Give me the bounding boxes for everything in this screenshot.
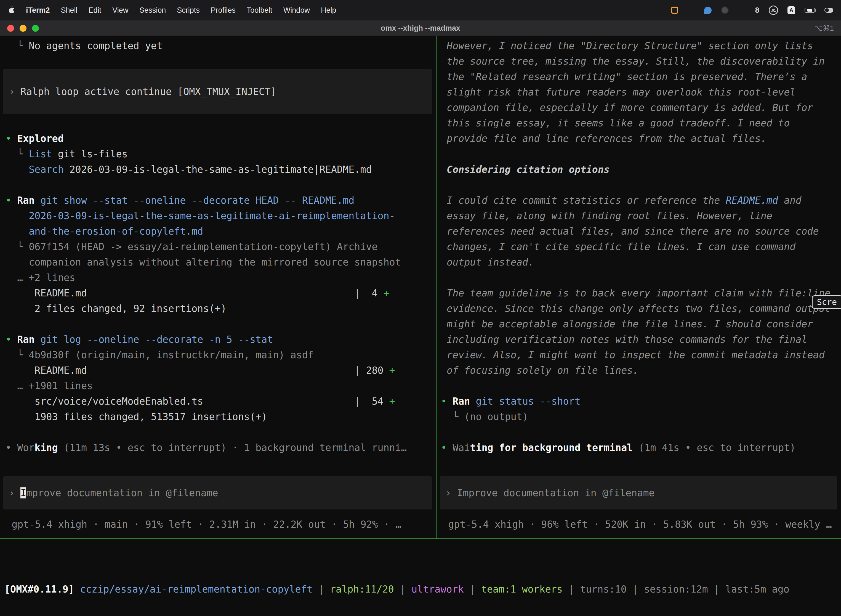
text-segment: I [21,487,26,499]
menu-item-shell[interactable]: Shell [61,6,78,15]
window-title: omx --xhigh --madmax [0,21,841,36]
text-segment: Ralph loop active continue [OMX_TMUX_INJ… [21,86,276,97]
text-segment: review. Also, I might want to inspect th… [441,349,825,361]
terminal-line [441,270,841,285]
screen: { "colors": { "accent_green": "#43c05c",… [0,0,841,616]
text-segment: • [6,133,17,144]
menu-item-session[interactable]: Session [139,6,166,15]
tmux-window-shortcut: ⌥⌘1 [815,21,834,36]
text-segment: king [35,442,58,453]
text-segment: | [464,584,481,595]
grid-icon[interactable] [687,7,695,14]
text-segment: (1m 41s • esc to interrupt) [633,442,796,453]
zoom-button[interactable] [32,25,39,32]
terminal-line: provide file and line references from th… [441,131,841,146]
terminal-line: output instead. [441,254,841,270]
terminal-line: references need actual files, and since … [441,224,841,239]
text-segment: List [29,148,52,160]
key-icon[interactable]: 8 [755,6,759,15]
menu-item-scripts[interactable]: Scripts [177,6,200,15]
terminal-line [441,378,841,393]
text-segment: └ 067f154 (HEAD -> essay/ai-reimplementa… [6,241,378,252]
battery-gauge-icon[interactable]: .61 [769,6,778,15]
menu-item-window[interactable]: Window [283,6,310,15]
terminal-line: and-the-erosion-of-copyleft.md [6,224,436,239]
text-segment: the "Related research writing" section i… [441,71,807,82]
text-segment: + [389,365,395,376]
text-segment: slight risk that future readers may over… [441,87,796,98]
text-segment: Ran [17,334,40,345]
close-button[interactable] [7,25,14,32]
screen-capture-tooltip: Scre [812,295,841,309]
text-segment: └ [6,40,29,51]
input-source-icon[interactable]: A [787,6,795,14]
text-segment: mprove documentation in @filename [26,487,218,499]
prompt-input-right[interactable]: › Improve documentation in @filename [440,476,837,509]
text-segment: git show --stat --oneline --decorate HEA… [40,195,354,206]
stop-recording-icon[interactable] [671,7,678,14]
minimize-button[interactable] [20,25,26,32]
terminal-line: essay file, along with finding root file… [441,208,841,224]
text-segment: | turns:10 | session:12m | last:5m ago [563,584,790,595]
right-scrollback: However, I noticed the "Directory Struct… [437,36,841,455]
menu-item-profiles[interactable]: Profiles [211,6,236,15]
text-segment: + [389,396,395,407]
text-segment: README.md | 280 [6,365,389,376]
text-segment: cczip/essay/ai-reimplementation-copyleft [80,584,313,595]
text-segment: • Wor [6,442,35,453]
terminal-line: 2 files changed, 92 insertions(+) [6,301,436,316]
terminal-line: • Ran git status --short [441,393,841,409]
text-segment: 2026-03-09-is-legal-the-same-as-legitima… [64,164,372,175]
terminal-line: • Ran git show --stat --oneline --decora… [6,193,436,208]
text-segment: and [778,195,801,206]
battery-icon[interactable] [804,8,815,13]
apple-logo-icon[interactable] [8,6,15,14]
text-segment: + [384,287,389,299]
left-lines-top: └ No agents completed yet [0,38,436,54]
text-segment: README.md | 4 [6,287,384,299]
omx-status-line: [OMX#0.11.9] cczip/essay/ai-reimplementa… [0,576,841,609]
left-scrollback: └ No agents completed yet › Ralph loop a… [0,36,436,455]
text-segment: 1903 files changed, 513517 insertions(+) [6,411,267,422]
text-segment: Ran [453,396,476,407]
menu-item-view[interactable]: View [112,6,128,15]
text-segment: Ran [17,195,40,206]
menu-item-iterm2[interactable]: iTerm2 [26,6,50,15]
session-status-right: gpt-5.4 xhigh · 96% left · 520K in · 5.8… [437,517,841,532]
text-segment: Search [6,164,64,175]
terminal-window: └ No agents completed yet › Ralph loop a… [0,36,841,616]
terminal-line: including verification notes with those … [441,332,841,347]
text-segment: including verification notes with those … [441,334,807,345]
prompt-input-left[interactable]: › Improve documentation in @filename [3,476,432,509]
menu-item-help[interactable]: Help [321,6,336,15]
left-pane: └ No agents completed yet › Ralph loop a… [0,36,437,538]
terminal-line: However, I noticed the "Directory Struct… [441,38,841,54]
text-segment: However, I noticed the "Directory Struct… [441,40,813,51]
terminal-line: • Working (11m 13s • esc to interrupt) ·… [6,440,436,455]
menu-items: iTerm2ShellEditViewSessionScriptsProfile… [26,6,336,15]
terminal-line: README.md | 280 + [6,363,436,378]
session-status-left: gpt-5.4 xhigh · main · 91% left · 2.31M … [0,517,436,532]
control-center-icon[interactable] [825,8,833,13]
text-segment: … +2 lines [6,272,75,283]
right-pane: However, I noticed the "Directory Struct… [437,36,841,538]
text-segment: • [6,334,17,345]
menu-item-toolbelt[interactable]: Toolbelt [247,6,273,15]
text-segment: README.md [726,195,778,206]
text-segment: ultrawork [412,584,464,595]
app-grid-icon[interactable] [738,7,746,14]
text-segment: team:1 workers [481,584,563,595]
text-segment: └ [6,148,29,160]
menu-item-edit[interactable]: Edit [89,6,101,15]
text-segment: ting for background terminal [470,442,633,453]
terminal-line: └ No agents completed yet [6,38,436,54]
terminal-line: … +2 lines [6,270,436,285]
blue-app-icon[interactable] [704,7,712,14]
left-lines: • Explored └ List git ls-files Search 20… [0,131,436,455]
text-segment: I could cite commit statistics or refere… [441,195,726,206]
terminal-line [441,177,841,193]
text-segment: output instead. [441,257,534,268]
dark-circle-icon[interactable] [721,6,729,14]
text-segment: provide file and line references from th… [441,133,766,144]
text-segment: might be acceptable alongside the file l… [441,318,813,330]
